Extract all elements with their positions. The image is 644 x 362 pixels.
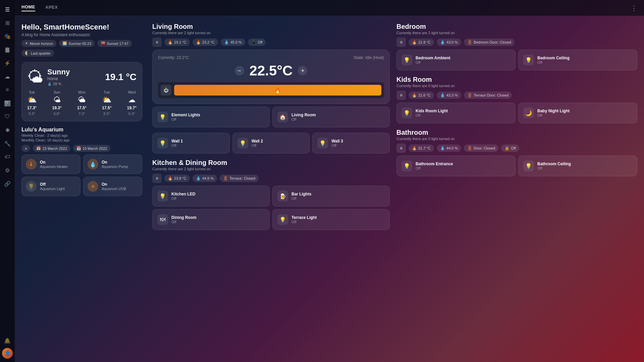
sidebar-icon-lines[interactable]: ≡ <box>1 84 13 96</box>
living-room-menu[interactable]: ≡ <box>152 38 162 47</box>
left-column: Hello, SmartHomeScene! A blog for Home A… <box>21 23 149 355</box>
sidebar-icon-list[interactable]: 📋 <box>1 44 13 56</box>
forecast-wed-day: Wed <box>128 90 136 94</box>
forecast-sun-icon: 🌤 <box>53 96 61 104</box>
weather-condition: Sunny <box>47 68 105 76</box>
calendar-icon: 📅 <box>36 146 41 150</box>
sidebar-icon-hub[interactable]: ✱ <box>1 124 13 136</box>
aquarium-devices: 🌡 On Aquarium Heater 💧 On Aquarium Pump <box>21 155 142 196</box>
kids-room-door: 🚪 Terrace Door: Closed <box>464 92 512 99</box>
baby-night-light-icon: 🌙 <box>523 108 534 118</box>
wall3-status: Off <box>331 143 343 147</box>
weather-tag-sunrise-label: Sunrise 05:23 <box>68 42 91 46</box>
terrace-light-card[interactable]: 💡 Terrace Light Off <box>272 209 390 230</box>
forecast-tue-day: Tue <box>104 90 110 94</box>
living-room-stats: ≡ 🔥 19.1 °C 🔥 23.2 °C 💧 45.0 % 📱 <box>152 38 390 47</box>
sunset-icon: 🌇 <box>101 41 105 46</box>
sidebar-icon-tag[interactable]: 🏷 <box>1 151 13 163</box>
aquarium-weekly: Weekly Clean: 2 day(s) ago <box>21 133 142 137</box>
bathroom-menu[interactable]: ≡ <box>396 143 406 153</box>
forecast-sun-day: Sun <box>54 90 60 94</box>
sidebar-icon-tools[interactable]: 🔧 <box>1 137 13 149</box>
living-room-sub: Currently there are 2 light turned on <box>152 31 390 35</box>
bedroom-ambient-card[interactable]: 💡 Bedroom Ambient Off <box>396 50 516 70</box>
dining-room-name: Dining Room <box>171 215 197 220</box>
dining-room-card[interactable]: 🍽 Dining Room Off <box>152 209 270 230</box>
bathroom-lock: 🔒 Off <box>501 144 519 152</box>
element-lights-icon: 💡 <box>157 112 168 122</box>
bar-lights-card[interactable]: 🍺 Bar Lights Off <box>272 186 390 206</box>
switch-icon: 📱 <box>251 40 256 45</box>
aquarium-pump-card[interactable]: 💧 On Aquarium Pump <box>83 155 142 174</box>
thermostat-card: Currently: 23.2°C State: Idle (Heat) − 2… <box>152 50 390 104</box>
sidebar-icon-bell[interactable]: 🔔 <box>1 335 13 347</box>
living-room-light-card[interactable]: 🏠 Living Room Off <box>272 107 390 127</box>
thermo-power-button[interactable]: ⏻ <box>161 85 171 96</box>
wall1-name: Wall 1 <box>171 139 183 143</box>
forecast-mon-high: 17.5° <box>77 106 87 110</box>
wall3-card[interactable]: 💡 Wall 3 Off <box>312 133 390 154</box>
forecast-wed-high: 19.7° <box>127 106 137 110</box>
sidebar-icon-shield[interactable]: 🛡 <box>1 111 13 123</box>
aquarium-light-card[interactable]: 💡 Off Aquarium Light <box>21 177 80 196</box>
bathroom-header: Bathroom Currently there are 0 light tur… <box>396 129 637 141</box>
kitchen-menu[interactable]: ≡ <box>152 174 162 183</box>
kids-room-light-card[interactable]: 💡 Kids Room Light Off <box>396 103 516 123</box>
aquarium-uvb-card[interactable]: ☀ On Aquarium UVB <box>83 177 142 196</box>
bathroom-humid-icon: 💧 <box>440 146 445 150</box>
sidebar-icon-grid[interactable]: ⊞ <box>1 17 13 29</box>
sidebar-icon-menu[interactable]: ☰ <box>1 3 13 15</box>
sunrise-icon: 🌅 <box>62 41 67 46</box>
sidebar-icon-energy[interactable]: ⚡ <box>1 57 13 69</box>
sidebar-icon-stats[interactable]: 📊 <box>1 97 13 109</box>
more-options-button[interactable]: ⋮ <box>631 4 637 12</box>
aquarium-tag-menu[interactable]: ≡ <box>21 145 30 152</box>
thermo-plus-button[interactable]: + <box>298 66 307 75</box>
weather-tag-sunrise: 🌅 Sunrise 05:23 <box>59 40 95 47</box>
aquarium-section: Lulu's Aquarium Weekly Clean: 2 day(s) a… <box>21 127 142 196</box>
kitchen-stats: ≡ 🔥 23.8 °C 💧 44.8 % 🚪 Terrace: Closed <box>152 174 390 183</box>
greeting-subtitle: A blog for Home Assistant enthusiasts! <box>21 33 142 37</box>
weather-icon-big: 🌤 <box>27 68 43 86</box>
kitchen-sub: Currently there are 2 light turned on <box>152 167 390 171</box>
kids-room-menu[interactable]: ≡ <box>396 90 406 100</box>
bathroom-humidity: 💧 44.0 % <box>437 144 461 152</box>
bathroom-entrance-card[interactable]: 💡 Bathroom Entrance Off <box>396 156 516 176</box>
bathroom-temp-icon: 🔥 <box>412 146 417 150</box>
sidebar-icon-link[interactable]: 🔗 <box>1 178 13 190</box>
kitchen-led-card[interactable]: 💡 Kitchen LED Off <box>152 186 270 206</box>
kitchen-header: Kitchen & Dining Room Currently there ar… <box>152 159 390 171</box>
bathroom-ceiling-icon: 💡 <box>523 161 534 171</box>
sidebar-icon-settings[interactable]: ⚙ <box>1 164 13 176</box>
wall1-status: Off <box>171 143 183 147</box>
wall1-card[interactable]: 💡 Wall 1 Off <box>152 133 230 154</box>
forecast-tue: Tue ⛅ 17.5° 8.5° <box>102 90 111 116</box>
kids-room-section: Kids Room Currently there are 0 light tu… <box>396 76 637 123</box>
tab-home[interactable]: HOME <box>21 4 35 11</box>
aquarium-heater-card[interactable]: 🌡 On Aquarium Heater <box>21 155 80 174</box>
thermo-minus-button[interactable]: − <box>235 66 244 75</box>
wall2-card[interactable]: 💡 Wall 2 Off <box>232 133 310 154</box>
heater-icon: 🌡 <box>26 159 37 170</box>
forecast-sat: Sat ⛅ 17.3° 5.3° <box>27 90 37 116</box>
user-avatar[interactable]: 👤 <box>2 348 13 359</box>
element-lights-name: Element Lights <box>171 113 200 117</box>
bedroom-menu[interactable]: ≡ <box>396 38 406 47</box>
baby-night-light-card[interactable]: 🌙 Baby Night Light Off <box>518 103 637 123</box>
pump-icon: 💧 <box>88 159 98 170</box>
sidebar-icon-cloud[interactable]: ☁ <box>1 70 13 82</box>
top-navigation: HOME APEX ⋮ <box>15 0 644 16</box>
tab-apex[interactable]: APEX <box>45 5 58 11</box>
bedroom-ceiling-card[interactable]: 💡 Bedroom Ceiling Off <box>518 50 637 70</box>
sidebar-icon-palette[interactable]: 🎭 <box>1 30 13 42</box>
living-room-light-status: Off <box>291 117 316 121</box>
bedroom-ambient-status: Off <box>416 60 450 64</box>
kitchen-temp-icon: 🔥 <box>168 176 173 181</box>
forecast-sun: Sun 🌤 19.3° 6.8° <box>52 90 61 116</box>
bathroom-ceiling-card[interactable]: 💡 Bathroom Ceiling Off <box>518 156 637 176</box>
bedroom-stats: ≡ 🔥 21.9 °C 💧 43.0 % 🚪 Bedroom Door: Clo… <box>396 38 637 47</box>
bedroom-ceiling-name: Bedroom Ceiling <box>537 56 570 60</box>
bathroom-title: Bathroom <box>396 129 637 136</box>
aquarium-tag-date2: 📆 10 March 2022 <box>73 145 110 152</box>
element-lights-card[interactable]: 💡 Element Lights Off <box>152 107 270 127</box>
